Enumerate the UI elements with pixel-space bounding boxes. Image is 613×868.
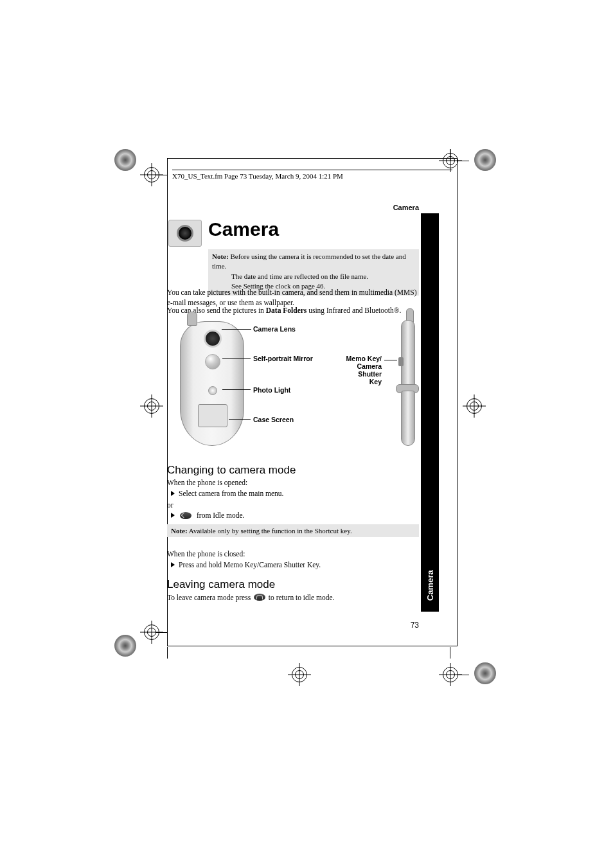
body-paragraph: You can take pictures with the built-in … [167,288,419,308]
body-paragraph: You can also send the pictures in Data F… [167,306,419,314]
softkey-icon [180,512,191,519]
camera-section-icon [168,220,202,247]
thumb-index-bar [421,213,439,612]
registration-mark [114,149,136,171]
heading-leaving-mode: Leaving camera mode [167,578,275,591]
bullet-item: Press and hold Memo Key/Camera Shutter K… [167,561,419,569]
body-text: When the phone is closed: [167,550,419,558]
registration-mark [114,635,136,657]
thumb-index-tab: Camera [421,559,439,612]
crop-line [458,675,469,675]
heading-changing-mode: Changing to camera mode [167,464,296,477]
callout-case-screen: Case Screen [253,416,294,423]
callout-line [222,358,251,359]
crop-line [167,647,168,659]
callout-memo-key: Memo Key/ Camera Shutter Key [344,355,382,385]
body-text: To leave camera mode press [167,594,253,601]
running-header: Camera [167,204,419,211]
note-text: Before using the camera it is recommende… [212,252,406,270]
bullet-triangle-icon [171,562,175,567]
bullet-text: Select camera from the main menu. [179,490,284,497]
bullet-triangle-icon [171,513,175,518]
callout-line [222,389,251,390]
body-paragraph: To leave camera mode press to return to … [167,594,419,601]
bullet-text: from Idle mode. [197,511,244,519]
bullet-item: from Idle mode. [167,511,419,519]
callout-line3: Shutter Key [344,370,382,385]
callout-line [229,419,251,420]
registration-target [465,397,483,415]
crop-line [155,632,167,633]
callout-line [222,329,251,330]
registration-target [290,666,308,684]
bullet-text: Press and hold Memo Key/Camera Shutter K… [179,561,321,569]
body-text: to return to idle mode. [267,594,334,601]
body-text: or [167,501,419,509]
bullet-triangle-icon [171,491,175,496]
crop-line [458,161,469,161]
registration-mark [474,662,496,684]
callout-line [384,360,397,360]
body-text-bold: Data Folders [266,306,307,314]
crop-line [450,647,450,659]
crop-line [155,175,167,175]
callout-camera-lens: Camera Lens [253,325,296,333]
bullet-item: Select camera from the main menu. [167,490,419,497]
note-box: Note: Available only by setting the func… [167,524,419,537]
body-text: You can also send the pictures in [167,306,266,314]
body-text: using Infrared and Bluetooth®. [306,306,401,314]
note-text: Available only by setting the function i… [189,527,352,535]
callout-line2: Camera [344,362,382,370]
page-title: Camera [208,218,279,240]
callout-line1: Memo Key/ [344,355,382,362]
file-header-text: X70_US_Text.fm Page 73 Tuesday, March 9,… [172,172,343,180]
registration-target [143,397,161,415]
callout-mirror: Self-portrait Mirror [253,355,313,362]
callout-photo-light: Photo Light [253,386,290,394]
registration-target [441,666,459,684]
phone-diagram: Camera Lens Self-portrait Mirror Photo L… [167,317,419,452]
phone-front-illustration [180,321,244,446]
phone-side-illustration [393,320,419,446]
end-key-icon [254,594,265,601]
body-text: When the phone is opened: [167,479,419,486]
registration-mark [474,149,496,171]
note-text: The date and time are reflected on the f… [212,272,415,281]
note-label: Note: [212,252,229,260]
page-number: 73 [167,621,419,630]
note-label: Note: [171,527,188,535]
file-header: X70_US_Text.fm Page 73 Tuesday, March 9,… [172,170,452,180]
